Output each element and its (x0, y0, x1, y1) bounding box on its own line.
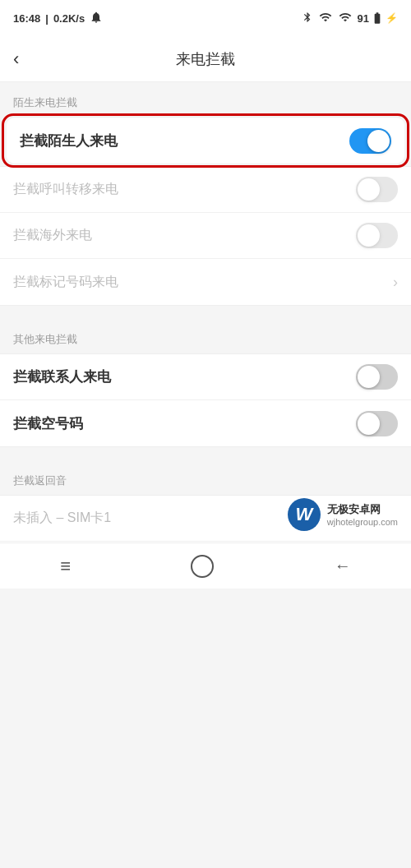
toggle-knob-4 (358, 366, 380, 388)
block-forward-label: 拦截呼叫转移来电 (13, 181, 118, 198)
status-right: 91 ⚡ (302, 11, 398, 26)
block-forward-toggle[interactable] (356, 177, 398, 202)
watermark-site-name: 无极安卓网 (327, 502, 398, 517)
other-block-group: 拦截联系人来电 拦截空号码 (0, 353, 411, 447)
chevron-icon: › (393, 274, 398, 291)
toggle-knob (367, 130, 390, 152)
lightning-icon: ⚡ (386, 12, 398, 24)
block-contact-item[interactable]: 拦截联系人来电 (0, 354, 411, 400)
status-left: 16:48 | 0.2K/s (13, 11, 103, 26)
stranger-block-group: 拦截陌生人来电 (7, 117, 404, 164)
section-stranger: 陌生来电拦截 拦截陌生人来电 拦截呼叫转移来电 (0, 82, 411, 306)
section-label-other: 其他来电拦截 (0, 319, 411, 353)
block-stranger-label: 拦截陌生人来电 (20, 132, 118, 150)
signal-icon (318, 11, 333, 26)
block-empty-toggle[interactable] (356, 411, 398, 436)
block-stranger-toggle[interactable] (349, 128, 391, 154)
back-nav-button[interactable]: ← (335, 556, 351, 575)
network-speed-value: 0.2K/s (53, 12, 85, 25)
block-stranger-item[interactable]: 拦截陌生人来电 (7, 118, 404, 164)
page-title: 来电拦截 (176, 49, 235, 69)
page-content: 16:48 | 0.2K/s 91 ⚡ (0, 0, 411, 589)
block-overseas-item[interactable]: 拦截海外来电 (0, 213, 411, 259)
menu-nav-button[interactable]: ≡ (60, 556, 71, 577)
wifi-icon (338, 11, 353, 26)
section-label-stranger: 陌生来电拦截 (0, 82, 411, 117)
toggle-knob-3 (358, 224, 380, 247)
header: ‹ 来电拦截 (0, 36, 411, 82)
watermark-url: wjhotelgroup.com (327, 517, 398, 527)
block-overseas-label: 拦截海外来电 (13, 227, 92, 244)
watermark: W 无极安卓网 wjhotelgroup.com (288, 498, 398, 531)
bottom-nav: ≡ ← (0, 542, 411, 589)
section-other: 其他来电拦截 拦截联系人来电 拦截空号码 (0, 319, 411, 447)
sim1-label: 未插入 – SIM卡1 (13, 510, 111, 527)
watermark-text-block: 无极安卓网 wjhotelgroup.com (327, 502, 398, 527)
block-contact-label: 拦截联系人来电 (13, 367, 111, 386)
battery-percent: 91 (358, 12, 369, 25)
block-empty-item[interactable]: 拦截空号码 (0, 400, 411, 446)
spacer-1 (0, 306, 411, 319)
block-overseas-toggle[interactable] (356, 223, 398, 248)
status-bar: 16:48 | 0.2K/s 91 ⚡ (0, 0, 411, 36)
battery-icon: 91 ⚡ (358, 12, 398, 25)
watermark-logo: W (288, 498, 321, 531)
block-contact-toggle[interactable] (356, 364, 398, 390)
block-forward-item[interactable]: 拦截呼叫转移来电 (0, 167, 411, 213)
alarm-icon (90, 11, 103, 26)
bluetooth-icon (302, 11, 313, 26)
section-label-ringtone: 拦截返回音 (0, 460, 411, 495)
block-marked-item[interactable]: 拦截标记号码来电 › (0, 259, 411, 305)
back-button[interactable]: ‹ (13, 45, 25, 73)
home-nav-button[interactable] (191, 555, 214, 578)
toggle-knob-2 (358, 178, 380, 201)
time-display: 16:48 (13, 12, 40, 25)
network-speed: | (45, 12, 48, 25)
spacer-2 (0, 447, 411, 460)
toggle-knob-5 (358, 413, 380, 435)
stranger-other-group: 拦截呼叫转移来电 拦截海外来电 拦截标记号码来电 › (0, 166, 411, 306)
block-empty-label: 拦截空号码 (13, 414, 83, 433)
block-marked-label: 拦截标记号码来电 (13, 274, 118, 291)
